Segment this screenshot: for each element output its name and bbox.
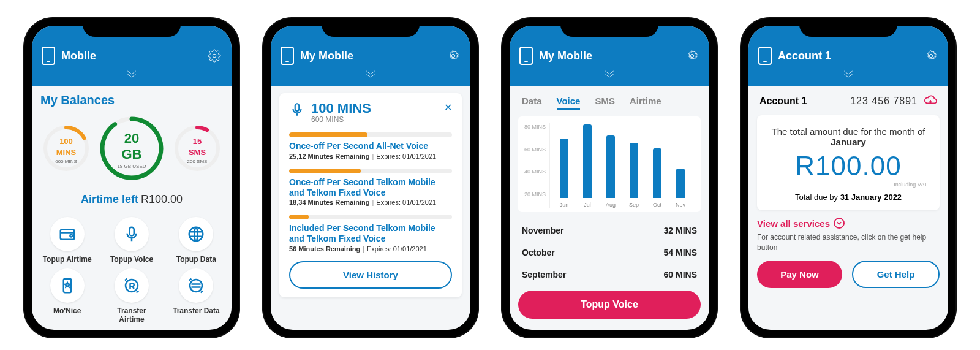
star-phone-icon (50, 268, 85, 303)
bundle-item: Once-off Per Second Telkom Mobile and Te… (289, 169, 452, 207)
header-title: My Mobile (539, 50, 592, 63)
chart-y-axis: 80 MINS60 MINS40 MINS20 MINS (524, 123, 549, 208)
usage-list: November32 MINS October54 MINS September… (518, 219, 701, 286)
bundle-item: Once-off Per Second All-Net Voice 25,12 … (289, 132, 452, 160)
wallet-icon (50, 217, 85, 251)
settings-gear-icon[interactable] (207, 48, 222, 63)
quick-actions-grid: Topup Airtime Topup Voice Topup Data Mo'… (40, 217, 223, 324)
bundle-total-sub: 600 MINS (311, 115, 371, 124)
progress-bar (289, 132, 452, 137)
usage-row: September60 MINS (518, 264, 701, 286)
amount-due-value: R100.00 (763, 151, 933, 181)
svg-point-0 (213, 54, 216, 58)
phone-mockup-account: Account 1 Account 1 123 456 7891 The tot… (741, 18, 956, 337)
account-heading: Account 1 123 456 7891 (757, 93, 940, 115)
svg-point-10 (189, 227, 203, 242)
transfer-data-icon (179, 268, 213, 303)
phone-icon (758, 47, 772, 65)
topup-voice-button[interactable]: Topup Voice (518, 291, 701, 319)
tab-airtime[interactable]: Airtime (630, 96, 662, 110)
phone-icon (519, 47, 533, 65)
view-all-services-link[interactable]: View all services (757, 218, 940, 229)
transfer-r-icon (115, 268, 149, 303)
data-gauge[interactable]: 20 GB18 GB USED (98, 115, 165, 185)
sms-gauge[interactable]: 15 SMS200 SMS (173, 124, 222, 175)
action-transfer-data[interactable]: Transfer Data (170, 268, 223, 324)
expand-chevron-icon[interactable] (748, 69, 948, 86)
phone-mockup-usage-chart: My Mobile Data Voice SMS Airtime 80 MINS… (502, 18, 717, 337)
voice-bundle-card: 100 MINS 600 MINS ✕ Once-off Per Second … (279, 93, 462, 297)
header-title: My Mobile (300, 50, 353, 63)
usage-row: October54 MINS (518, 242, 701, 264)
settings-gear-icon[interactable] (685, 48, 699, 63)
view-history-button[interactable]: View History (289, 261, 452, 289)
airtime-balance: Airtime leftR100.00 (40, 193, 223, 206)
header-title: Account 1 (778, 50, 831, 63)
header-title: Mobile (61, 50, 96, 63)
tab-data[interactable]: Data (522, 96, 542, 110)
download-cloud-icon[interactable] (924, 93, 937, 109)
account-name: Account 1 (760, 96, 807, 107)
get-help-button[interactable]: Get Help (852, 261, 940, 288)
usage-row: November32 MINS (518, 219, 701, 242)
phone-mockup-balances: Mobile My Balances 100 MINS600 MINS (24, 18, 239, 337)
bundle-item: Included Per Second Telkom Mobile and Te… (289, 215, 452, 253)
phone-icon (281, 47, 294, 65)
close-icon[interactable]: ✕ (444, 102, 452, 113)
progress-bar (289, 215, 452, 219)
svg-point-13 (190, 280, 202, 292)
mic-icon (115, 217, 149, 251)
tab-sms[interactable]: SMS (595, 96, 615, 110)
phone-icon (42, 47, 55, 65)
minutes-gauge[interactable]: 100 MINS600 MINS (42, 124, 91, 175)
svg-rect-9 (129, 227, 134, 236)
svg-rect-15 (295, 104, 300, 111)
phone-mockup-voice-bundles: My Mobile 100 MINS 600 MINS ✕ (263, 18, 478, 337)
balance-gauges: 100 MINS600 MINS 20 GB18 GB USED 15 SMS2… (40, 115, 223, 185)
action-monice[interactable]: Mo'Nice (40, 268, 94, 324)
settings-gear-icon[interactable] (446, 48, 461, 63)
svg-point-8 (70, 235, 72, 237)
expand-chevron-icon[interactable] (510, 69, 709, 86)
help-text: For account related assistance, click on… (757, 232, 940, 253)
expand-chevron-icon[interactable] (32, 69, 232, 86)
tab-voice[interactable]: Voice (557, 96, 581, 110)
chevron-down-icon (834, 218, 845, 229)
balances-heading: My Balances (40, 93, 223, 107)
progress-bar (289, 169, 452, 173)
action-transfer-airtime[interactable]: Transfer Airtime (105, 268, 158, 324)
mic-icon (289, 102, 305, 120)
usage-bar-chart: 80 MINS60 MINS40 MINS20 MINS JunJulAugSe… (518, 116, 701, 212)
bundle-total: 100 MINS (311, 101, 371, 116)
action-topup-airtime[interactable]: Topup Airtime (40, 217, 94, 264)
account-number: 123 456 7891 (850, 96, 918, 107)
expand-chevron-icon[interactable] (271, 69, 470, 86)
settings-gear-icon[interactable] (924, 48, 938, 63)
pay-now-button[interactable]: Pay Now (757, 261, 842, 288)
chart-bars: JunJulAugSepOctNov (549, 123, 695, 208)
amount-due-card: The total amount due for the month of Ja… (757, 115, 940, 210)
action-topup-data[interactable]: Topup Data (170, 217, 223, 264)
action-topup-voice[interactable]: Topup Voice (105, 217, 158, 264)
usage-tabs: Data Voice SMS Airtime (518, 93, 701, 116)
data-icon (179, 217, 213, 251)
